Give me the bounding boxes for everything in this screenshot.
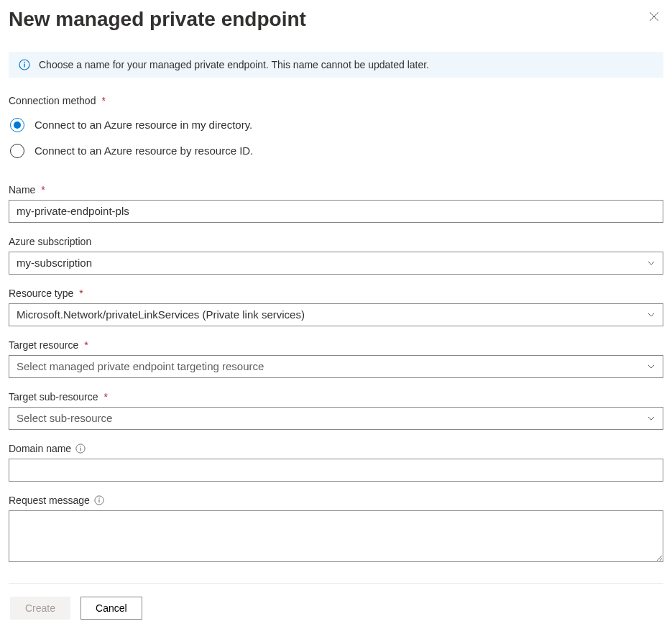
svg-point-1 xyxy=(24,61,25,63)
required-indicator: * xyxy=(101,95,105,106)
radio-label: Connect to an Azure resource in my direc… xyxy=(34,119,252,131)
target-resource-label: Target resource * xyxy=(9,339,663,351)
form-area: Choose a name for your managed private e… xyxy=(9,52,663,583)
request-message-label: Request message xyxy=(9,495,663,506)
name-label-text: Name xyxy=(9,184,35,196)
target-sub-resource-select[interactable]: Select sub-resource xyxy=(9,407,663,430)
subscription-label-text: Azure subscription xyxy=(9,236,91,247)
domain-name-label-text: Domain name xyxy=(9,443,71,454)
radio-connect-resource-id[interactable]: Connect to an Azure resource by resource… xyxy=(9,138,663,164)
svg-rect-8 xyxy=(98,499,99,502)
target-resource-select[interactable]: Select managed private endpoint targetin… xyxy=(9,355,663,378)
domain-name-label: Domain name xyxy=(9,443,663,454)
panel-footer: Create Cancel xyxy=(9,583,663,634)
info-icon xyxy=(19,59,30,70)
connection-method-label-text: Connection method xyxy=(9,95,96,106)
connection-method-radio-group: Connect to an Azure resource in my direc… xyxy=(9,112,663,164)
radio-label: Connect to an Azure resource by resource… xyxy=(34,144,253,157)
cancel-button[interactable]: Cancel xyxy=(80,597,142,620)
radio-icon xyxy=(10,118,24,132)
subscription-field: Azure subscription my-subscription * xyxy=(9,236,663,275)
resource-type-value: Microsoft.Network/privateLinkServices (P… xyxy=(17,308,305,321)
radio-connect-directory[interactable]: Connect to an Azure resource in my direc… xyxy=(9,112,663,138)
target-resource-field: Target resource * Select managed private… xyxy=(9,339,663,378)
resource-type-select[interactable]: Microsoft.Network/privateLinkServices (P… xyxy=(9,303,663,326)
required-indicator: * xyxy=(84,339,88,351)
connection-method-label: Connection method * xyxy=(9,95,663,106)
resource-type-label: Resource type * xyxy=(9,288,663,299)
svg-point-7 xyxy=(98,497,99,498)
managed-private-endpoint-panel: New managed private endpoint Choose a na… xyxy=(0,0,672,634)
subscription-label: Azure subscription xyxy=(9,236,663,247)
domain-name-field: Domain name xyxy=(9,443,663,482)
target-sub-resource-label-text: Target sub-resource xyxy=(9,391,98,403)
chevron-down-icon xyxy=(647,414,655,423)
target-resource-label-text: Target resource xyxy=(9,339,78,351)
required-indicator: * xyxy=(41,184,45,196)
info-text: Choose a name for your managed private e… xyxy=(39,59,429,70)
target-resource-placeholder: Select managed private endpoint targetin… xyxy=(17,360,264,372)
name-label: Name * xyxy=(9,184,663,196)
domain-name-input[interactable] xyxy=(9,459,663,482)
close-button[interactable] xyxy=(645,7,663,26)
target-sub-resource-placeholder: Select sub-resource xyxy=(17,412,112,424)
subscription-value: my-subscription xyxy=(17,257,92,269)
connection-method-field: Connection method * Connect to an Azure … xyxy=(9,95,663,164)
info-banner: Choose a name for your managed private e… xyxy=(9,52,663,78)
required-indicator: * xyxy=(79,288,83,299)
info-icon[interactable] xyxy=(94,495,104,505)
request-message-textarea[interactable] xyxy=(9,510,663,562)
radio-icon xyxy=(10,144,24,158)
request-message-label-text: Request message xyxy=(9,495,90,506)
subscription-select[interactable]: my-subscription xyxy=(9,252,663,275)
target-sub-resource-field: Target sub-resource * Select sub-resourc… xyxy=(9,391,663,430)
create-button[interactable]: Create xyxy=(10,597,70,620)
close-icon xyxy=(649,12,659,22)
chevron-down-icon xyxy=(647,362,655,371)
request-message-field: Request message xyxy=(9,495,663,565)
panel-header: New managed private endpoint xyxy=(9,4,663,52)
svg-rect-5 xyxy=(80,447,81,450)
page-title: New managed private endpoint xyxy=(9,7,306,32)
name-field: Name * xyxy=(9,184,663,223)
svg-point-4 xyxy=(80,446,80,446)
target-sub-resource-label: Target sub-resource * xyxy=(9,391,663,403)
required-indicator: * xyxy=(104,391,108,403)
name-input[interactable] xyxy=(9,200,663,223)
chevron-down-icon xyxy=(647,259,655,267)
svg-rect-2 xyxy=(24,63,24,67)
resource-type-field: Resource type * Microsoft.Network/privat… xyxy=(9,288,663,326)
resource-type-label-text: Resource type xyxy=(9,288,73,299)
info-icon[interactable] xyxy=(75,444,86,454)
chevron-down-icon xyxy=(647,311,655,319)
